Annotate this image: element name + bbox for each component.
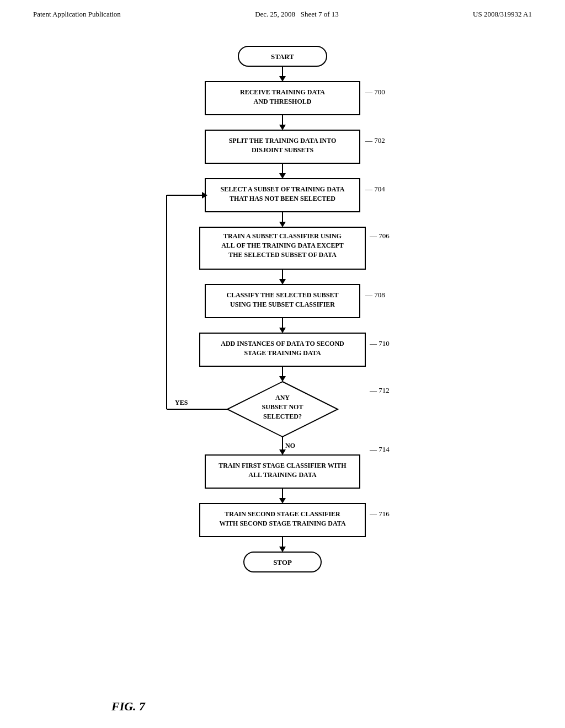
header-sheet: Sheet 7 of 13 — [301, 10, 339, 18]
ref-706: — 706 — [369, 232, 390, 240]
fig-label: FIG. 7 — [111, 699, 145, 714]
svg-marker-2 — [279, 76, 286, 82]
ref-700: — 700 — [365, 88, 385, 96]
stop-label: STOP — [273, 558, 292, 566]
svg-marker-32 — [279, 547, 286, 552]
node-704-line2: THAT HAS NOT BEEN SELECTED — [230, 195, 335, 202]
node-706-line1: TRAIN A SUBSET CLASSIFIER USING — [223, 232, 342, 240]
flowchart-svg: START RECEIVE TRAINING DATA AND THRESHOL… — [89, 41, 476, 697]
ref-714-side: — 714 — [369, 445, 390, 453]
svg-marker-5 — [279, 125, 286, 130]
diagram-area: START RECEIVE TRAINING DATA AND THRESHOL… — [0, 24, 565, 697]
svg-marker-17 — [279, 328, 286, 333]
ref-710: — 710 — [369, 339, 390, 347]
node-706-line3: THE SELECTED SUBSET OF DATA — [228, 251, 337, 259]
node-708-line1: CLASSIFY THE SELECTED SUBSET — [226, 291, 338, 299]
node-716-line1: TRAIN SECOND STAGE CLASSIFIER — [225, 510, 340, 518]
node-712-line3: SELECTED? — [263, 413, 302, 420]
ref-702: — 702 — [365, 136, 385, 144]
fig-label-text: FIG. 7 — [111, 699, 145, 713]
start-label: START — [271, 52, 294, 61]
ref-708: — 708 — [365, 291, 385, 299]
node-710-line1: ADD INSTANCES OF DATA TO SECOND — [221, 340, 344, 347]
node-708-line2: USING THE SUBSET CLASSIFIER — [230, 301, 335, 308]
node-714-line1: TRAIN FIRST STAGE CLASSIFIER WITH — [218, 462, 347, 469]
node-714-line2: ALL TRAINING DATA — [248, 471, 317, 479]
node-710-line2: STAGE TRAINING DATA — [244, 349, 321, 357]
header-right: US 2008/319932 A1 — [473, 10, 532, 19]
yes-label: YES — [175, 399, 188, 406]
node-706-line2: ALL OF THE TRAINING DATA EXCEPT — [221, 242, 344, 249]
node-702-line1: SPLIT THE TRAINING DATA INTO — [229, 137, 337, 144]
header-center: Dec. 25, 2008 Sheet 7 of 13 — [255, 10, 339, 19]
node-700-line1: RECEIVE TRAINING DATA — [240, 88, 325, 96]
header-left: Patent Application Publication — [33, 10, 121, 19]
node-716-line2: WITH SECOND STAGE TRAINING DATA — [219, 520, 345, 527]
svg-marker-8 — [279, 173, 286, 179]
ref-716: — 716 — [369, 510, 390, 518]
node-700-line2: AND THRESHOLD — [254, 98, 312, 105]
node-712-line2: SUBSET NOT — [262, 403, 303, 411]
node-712-line1: ANY — [275, 394, 290, 402]
svg-marker-26 — [279, 449, 286, 455]
svg-marker-14 — [279, 279, 286, 285]
page-header: Patent Application Publication Dec. 25, … — [0, 0, 565, 24]
node-702-line2: DISJOINT SUBSETS — [252, 146, 313, 154]
node-704-line1: SELECT A SUBSET OF TRAINING DATA — [221, 185, 345, 193]
ref-712: — 712 — [369, 386, 390, 394]
svg-marker-11 — [279, 222, 286, 227]
ref-704: — 704 — [365, 185, 385, 193]
svg-marker-20 — [279, 376, 286, 382]
header-date: Dec. 25, 2008 — [255, 10, 295, 18]
no-label: NO — [285, 442, 295, 449]
svg-marker-29 — [279, 498, 286, 504]
